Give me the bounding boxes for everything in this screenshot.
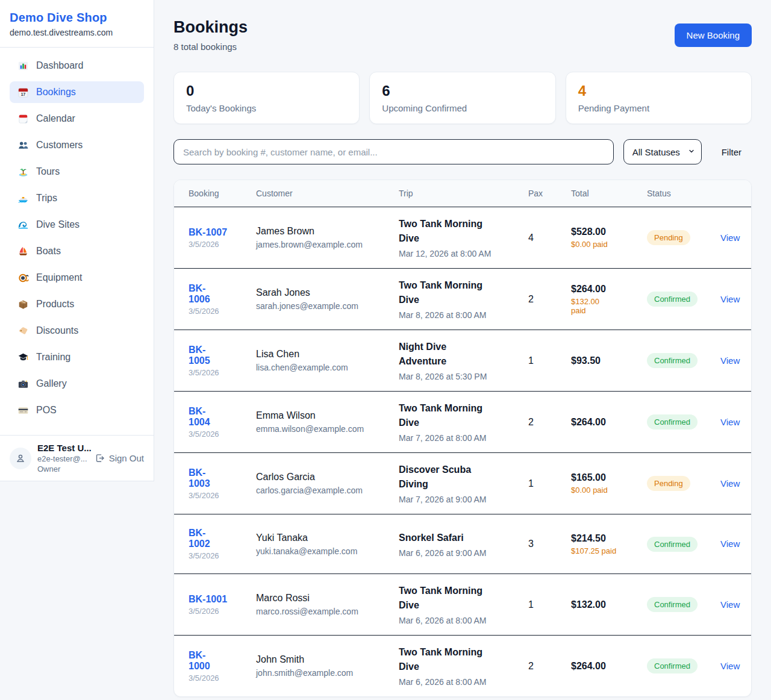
sidebar-item-label: Gallery <box>36 378 67 389</box>
customer-name: James Brown <box>256 226 394 237</box>
view-link[interactable]: View <box>720 478 740 489</box>
booking-id-link[interactable]: BK-1004 <box>189 406 215 428</box>
stat-value: 6 <box>382 83 543 99</box>
dive-sites-wave-icon <box>17 219 29 231</box>
trips-boat-icon <box>17 192 29 204</box>
table-body: BK-1007 3/5/2026 James Brown james.brown… <box>174 207 751 696</box>
trip-datetime: Mar 6, 2026 at 8:00 AM <box>399 616 523 625</box>
customer-name: Carlos Garcia <box>256 472 394 483</box>
view-link[interactable]: View <box>720 233 740 243</box>
trip-name: Night Dive Adventure <box>399 340 496 369</box>
booking-id-link[interactable]: BK-1002 <box>189 528 215 549</box>
sidebar-item-label: Boats <box>36 246 61 257</box>
sidebar-item-label: Dashboard <box>36 60 83 71</box>
pax-count: 4 <box>528 223 571 253</box>
total-amount: $132.00 <box>571 599 642 610</box>
sidebar-item-bookings[interactable]: 17 Bookings <box>10 81 144 103</box>
customer-email: carlos.garcia@example.com <box>256 486 394 495</box>
view-link[interactable]: View <box>720 539 740 549</box>
trip-name: Two Tank Morning Dive <box>399 584 496 613</box>
sidebar-item-products[interactable]: Products <box>10 293 144 315</box>
sidebar-item-dive-sites[interactable]: Dive Sites <box>10 214 144 236</box>
table-row: BK-1007 3/5/2026 James Brown james.brown… <box>174 207 751 269</box>
booking-id-link[interactable]: BK-1003 <box>189 467 215 489</box>
sidebar-item-pos[interactable]: POS <box>10 399 144 421</box>
view-link[interactable]: View <box>720 661 740 671</box>
booking-date: 3/5/2026 <box>189 368 251 377</box>
avatar <box>10 448 31 469</box>
sidebar-item-tours[interactable]: Tours <box>10 161 144 183</box>
customer-email: james.brown@example.com <box>256 240 394 249</box>
trip-datetime: Mar 8, 2026 at 8:00 AM <box>399 310 523 320</box>
sidebar-item-gallery[interactable]: Gallery <box>10 373 144 395</box>
booking-id-link[interactable]: BK-1005 <box>189 345 215 366</box>
sidebar-item-label: Bookings <box>36 87 76 98</box>
sidebar-item-label: POS <box>36 405 57 416</box>
stat-value: 0 <box>186 83 347 99</box>
pax-count: 2 <box>528 651 571 681</box>
sidebar-item-calendar[interactable]: Calendar <box>10 108 144 130</box>
customer-email: marco.rossi@example.com <box>256 607 394 616</box>
total-amount: $528.00 <box>571 227 642 237</box>
sidebar-item-label: Customers <box>36 140 83 151</box>
booking-id-link[interactable]: BK-1006 <box>189 283 215 305</box>
search-input[interactable] <box>173 139 614 164</box>
booking-id-link[interactable]: BK-1007 <box>189 227 227 238</box>
stat-value: 4 <box>578 83 739 99</box>
booking-id-link[interactable]: BK-1000 <box>189 650 215 672</box>
sidebar-item-label: Training <box>36 352 70 363</box>
sidebar-item-trips[interactable]: Trips <box>10 187 144 209</box>
booking-id-link[interactable]: BK-1001 <box>189 594 227 605</box>
sidebar-item-customers[interactable]: Customers <box>10 134 144 156</box>
filter-button[interactable]: Filter <box>722 147 741 157</box>
sidebar-item-equipment[interactable]: Equipment <box>10 267 144 289</box>
customer-name: Lisa Chen <box>256 349 394 360</box>
tours-island-icon <box>17 166 29 178</box>
trip-name: Two Tank Morning Dive <box>399 401 496 430</box>
customer-email: lisa.chen@example.com <box>256 363 394 372</box>
view-link[interactable]: View <box>720 599 740 610</box>
booking-date: 3/5/2026 <box>189 491 251 500</box>
sidebar-item-label: Trips <box>36 193 57 204</box>
pax-count: 2 <box>528 407 571 437</box>
booking-date: 3/5/2026 <box>189 307 251 316</box>
trip-name: Two Tank Morning Dive <box>399 278 496 307</box>
table-row: BK-1006 3/5/2026 Sarah Jones sarah.jones… <box>174 269 751 330</box>
sidebar-item-dashboard[interactable]: Dashboard <box>10 55 144 77</box>
view-link[interactable]: View <box>720 294 740 304</box>
view-link[interactable]: View <box>720 417 740 427</box>
training-cap-icon <box>17 351 29 363</box>
sidebar-item-discounts[interactable]: Discounts <box>10 320 144 342</box>
status-select-wrap: All Statuses <box>623 139 702 164</box>
sign-out-button[interactable]: Sign Out <box>95 453 144 463</box>
customer-email: sarah.jones@example.com <box>256 301 394 311</box>
dashboard-icon <box>17 60 29 72</box>
trip-datetime: Mar 7, 2026 at 8:00 AM <box>399 433 523 443</box>
booking-date: 3/5/2026 <box>189 607 251 616</box>
discounts-tag-icon <box>17 325 29 337</box>
new-booking-button[interactable]: New Booking <box>675 23 752 47</box>
bookings-table: BookingCustomerTripPaxTotalStatus BK-100… <box>173 180 752 697</box>
total-amount: $214.50 <box>571 533 642 544</box>
stat-card: 0 Today's Bookings <box>173 72 360 124</box>
products-box-icon <box>17 298 29 310</box>
stat-label: Upcoming Confirmed <box>382 103 543 113</box>
status-badge: Confirmed <box>647 414 698 430</box>
trip-name: Two Tank Morning Dive <box>399 645 496 674</box>
trip-datetime: Mar 7, 2026 at 9:00 AM <box>399 495 523 504</box>
pax-count: 3 <box>528 529 571 559</box>
sidebar-item-training[interactable]: Training <box>10 346 144 368</box>
total-amount: $93.50 <box>571 355 642 366</box>
trip-name: Discover Scuba Diving <box>399 463 496 492</box>
sign-out-icon <box>95 453 105 463</box>
booking-date: 3/5/2026 <box>189 430 251 439</box>
sidebar-item-boats[interactable]: Boats <box>10 240 144 262</box>
shop-logo-block: Demo Dive Shop demo.test.divestreams.com <box>0 0 154 48</box>
shop-domain: demo.test.divestreams.com <box>10 28 144 37</box>
view-link[interactable]: View <box>720 355 740 366</box>
customers-icon <box>17 139 29 151</box>
booking-date: 3/5/2026 <box>189 673 251 683</box>
column-header-trip: Trip <box>399 180 528 207</box>
status-select[interactable]: All Statuses <box>623 139 702 164</box>
total-amount: $264.00 <box>571 661 642 672</box>
